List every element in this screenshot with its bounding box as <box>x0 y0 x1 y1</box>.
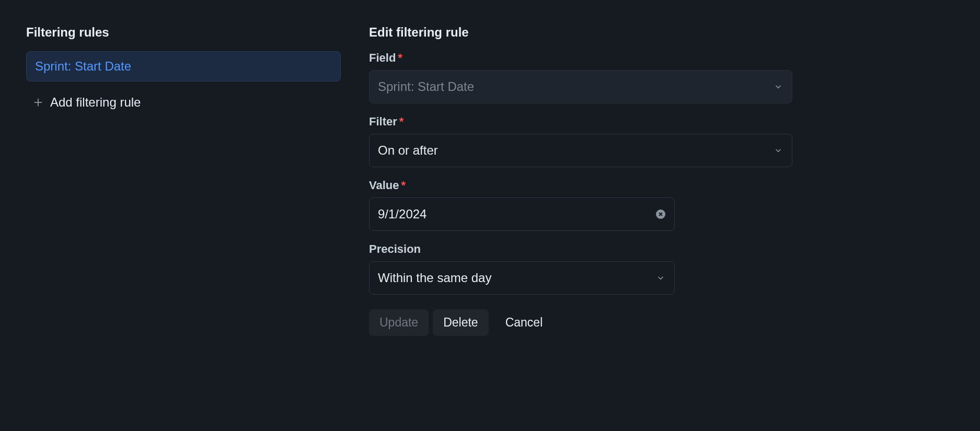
value-group: Value* <box>369 179 792 231</box>
clear-value-button[interactable] <box>655 208 666 220</box>
required-indicator: * <box>398 51 402 64</box>
add-filtering-rule-button[interactable]: Add filtering rule <box>26 88 341 117</box>
edit-filtering-rule-title: Edit filtering rule <box>369 25 792 40</box>
precision-label-text: Precision <box>369 242 421 255</box>
value-input[interactable] <box>369 197 675 231</box>
filter-select[interactable]: On or after <box>369 134 792 167</box>
required-indicator: * <box>401 179 406 192</box>
action-bar: Update Delete Cancel <box>369 309 792 336</box>
filter-select-value: On or after <box>378 143 438 158</box>
precision-select-value: Within the same day <box>378 271 491 285</box>
value-label: Value* <box>369 179 792 192</box>
cancel-button[interactable]: Cancel <box>493 309 556 336</box>
field-select[interactable]: Sprint: Start Date <box>369 70 792 103</box>
value-label-text: Value <box>369 179 399 192</box>
filtering-rule-label: Sprint: Start Date <box>35 59 131 73</box>
filter-label: Filter* <box>369 115 792 129</box>
plus-icon <box>32 97 44 108</box>
edit-filtering-rule-panel: Edit filtering rule Field* Sprint: Start… <box>369 25 792 336</box>
precision-select[interactable]: Within the same day <box>369 261 675 295</box>
required-indicator: * <box>399 115 404 128</box>
field-label: Field* <box>369 51 792 65</box>
field-label-text: Field <box>369 51 396 64</box>
update-button[interactable]: Update <box>369 309 429 336</box>
filtering-rule-item[interactable]: Sprint: Start Date <box>26 51 341 81</box>
clear-icon <box>655 209 666 219</box>
add-filtering-rule-label: Add filtering rule <box>50 95 141 110</box>
filtering-rules-title: Filtering rules <box>26 25 341 40</box>
precision-label: Precision <box>369 242 792 256</box>
delete-button[interactable]: Delete <box>433 309 488 336</box>
filtering-rules-panel: Filtering rules Sprint: Start Date Add f… <box>26 25 341 336</box>
field-group: Field* Sprint: Start Date <box>369 51 792 103</box>
field-select-value: Sprint: Start Date <box>378 79 474 94</box>
filter-group: Filter* On or after <box>369 115 792 167</box>
filter-label-text: Filter <box>369 115 397 128</box>
precision-group: Precision Within the same day <box>369 242 792 295</box>
